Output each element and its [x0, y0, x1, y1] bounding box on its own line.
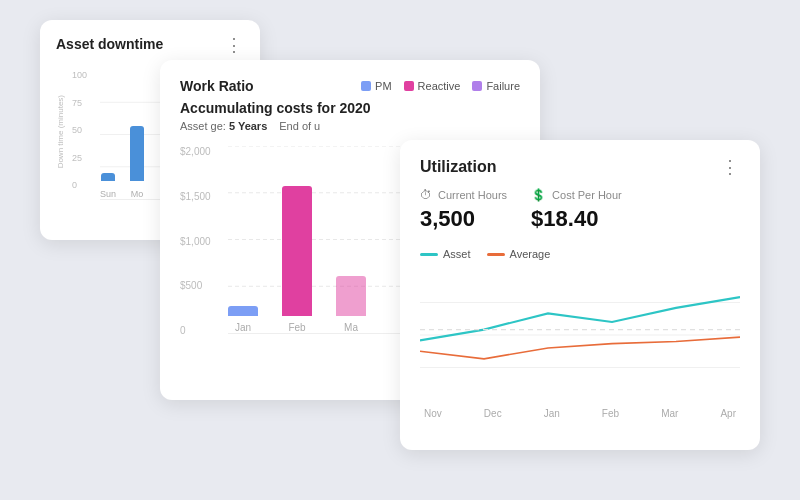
x-label-dec: Dec	[484, 408, 502, 419]
legend-average-line	[487, 253, 505, 256]
legend-asset: Asset	[420, 248, 471, 260]
x-axis-labels: Nov Dec Jan Feb Mar Apr	[420, 408, 740, 419]
legend-pm-label: PM	[375, 80, 392, 92]
cost-per-hour-value: $18.40	[531, 206, 622, 232]
wr-bar-mar-label: Ma	[344, 322, 358, 333]
wr-bar-feb-label: Feb	[288, 322, 305, 333]
x-label-mar: Mar	[661, 408, 678, 419]
legend-average-label: Average	[510, 248, 551, 260]
legend-average: Average	[487, 248, 551, 260]
x-label-jan: Jan	[544, 408, 560, 419]
work-ratio-subtitle: Accumulating costs for 2020	[180, 100, 520, 116]
wr-bar-jan-rect	[228, 306, 258, 316]
bar-sun-label: Sun	[100, 189, 116, 199]
wr-bar-feb-rect	[282, 186, 312, 316]
utilization-title: Utilization	[420, 158, 496, 176]
legend-failure-label: Failure	[486, 80, 520, 92]
clock-icon: ⏱	[420, 188, 432, 202]
utilization-card: Utilization ⋮ ⏱ Current Hours 3,500 💲 Co…	[400, 140, 760, 450]
bar-mo-rect	[130, 126, 144, 181]
work-ratio-filters: Asset ge: 5 Years End of u	[180, 120, 520, 132]
legend-reactive-label: Reactive	[418, 80, 461, 92]
wr-y-tick: $500	[180, 280, 211, 291]
current-hours-value: 3,500	[420, 206, 507, 232]
x-label-feb: Feb	[602, 408, 619, 419]
y-tick: 100	[72, 70, 87, 80]
wr-y-tick: $2,000	[180, 146, 211, 157]
filter-end: End of u	[279, 120, 320, 132]
bar-mo: Mo	[130, 126, 144, 199]
wr-y-tick: 0	[180, 325, 211, 336]
current-hours-label: Current Hours	[438, 189, 507, 201]
wr-bar-jan-label: Jan	[235, 322, 251, 333]
y-tick: 50	[72, 125, 87, 135]
asset-polyline	[420, 297, 740, 340]
y-tick: 0	[72, 180, 87, 190]
legend-asset-label: Asset	[443, 248, 471, 260]
filter-asset-ge: Asset ge: 5 Years	[180, 120, 267, 132]
legend-failure-dot	[472, 81, 482, 91]
average-polyline	[420, 337, 740, 359]
legend-pm-dot	[361, 81, 371, 91]
wr-y-tick: $1,500	[180, 191, 211, 202]
stat-current-hours: ⏱ Current Hours 3,500	[420, 188, 507, 232]
y-tick: 25	[72, 153, 87, 163]
line-chart-svg	[420, 270, 740, 400]
legend-failure: Failure	[472, 80, 520, 92]
bar-mo-label: Mo	[131, 189, 144, 199]
cost-icon: 💲	[531, 188, 546, 202]
cost-per-hour-label: Cost Per Hour	[552, 189, 622, 201]
utilization-menu[interactable]: ⋮	[721, 158, 740, 176]
legend-reactive: Reactive	[404, 80, 461, 92]
work-ratio-legend: PM Reactive Failure	[361, 80, 520, 92]
bar-sun-rect	[101, 173, 115, 181]
utilization-stats: ⏱ Current Hours 3,500 💲 Cost Per Hour $1…	[420, 188, 740, 232]
wr-bar-mar: Ma	[336, 276, 366, 333]
wr-bar-feb: Feb	[282, 186, 312, 333]
legend-pm: PM	[361, 80, 392, 92]
stat-cost-per-hour: 💲 Cost Per Hour $18.40	[531, 188, 622, 232]
y-axis-label: Down time (minutes)	[56, 95, 65, 168]
bar-sun: Sun	[100, 173, 116, 199]
legend-reactive-dot	[404, 81, 414, 91]
utilization-legend: Asset Average	[420, 248, 740, 260]
y-tick: 75	[72, 98, 87, 108]
legend-asset-line	[420, 253, 438, 256]
work-ratio-title: Work Ratio	[180, 78, 254, 94]
line-chart: Nov Dec Jan Feb Mar Apr	[420, 270, 740, 420]
x-label-nov: Nov	[424, 408, 442, 419]
asset-downtime-menu[interactable]: ⋮	[225, 36, 244, 54]
wr-y-tick: $1,000	[180, 236, 211, 247]
asset-downtime-title: Asset downtime	[56, 36, 163, 52]
x-label-apr: Apr	[720, 408, 736, 419]
wr-bar-mar-rect	[336, 276, 366, 316]
wr-bar-jan: Jan	[228, 306, 258, 333]
filter-asset-ge-value: 5 Years	[229, 120, 267, 132]
